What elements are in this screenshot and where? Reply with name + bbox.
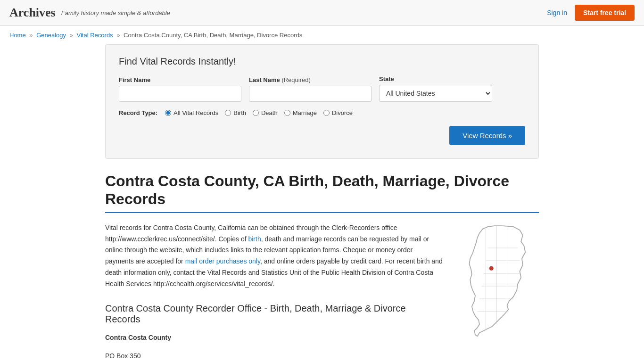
start-trial-button[interactable]: Start free trial: [575, 5, 635, 21]
first-name-input[interactable]: [119, 86, 241, 102]
breadcrumb-genealogy[interactable]: Genealogy: [36, 32, 66, 39]
breadcrumb-sep-3: »: [116, 32, 120, 39]
last-name-input[interactable]: [249, 86, 372, 102]
radio-marriage[interactable]: Marriage: [284, 109, 317, 116]
sign-in-link[interactable]: Sign in: [547, 9, 567, 16]
radio-marriage-input[interactable]: [284, 110, 290, 116]
site-logo: Archives: [9, 6, 56, 20]
address-line1: PO Box 350: [105, 351, 443, 362]
breadcrumb-sep-2: »: [70, 32, 73, 39]
search-title: Find Vital Records Instantly!: [119, 56, 525, 67]
california-map: [454, 222, 539, 362]
breadcrumb-vital-records[interactable]: Vital Records: [77, 32, 113, 39]
logo-text: Archives: [9, 6, 56, 19]
state-label: State: [379, 75, 492, 82]
radio-all-vital[interactable]: All Vital Records: [165, 109, 218, 116]
record-type-row: Record Type: All Vital Records Birth Dea…: [119, 109, 525, 116]
first-name-group: First Name: [119, 76, 241, 102]
content-area: Vital records for Contra Costa County, C…: [105, 222, 539, 362]
view-records-button[interactable]: View Records »: [449, 126, 525, 145]
state-group: State All United States Alabama Alaska A…: [379, 75, 492, 102]
radio-divorce[interactable]: Divorce: [323, 109, 353, 116]
county-marker: [489, 266, 494, 270]
state-select[interactable]: All United States Alabama Alaska Arizona…: [379, 85, 492, 102]
radio-death[interactable]: Death: [253, 109, 278, 116]
first-name-label: First Name: [119, 76, 241, 83]
last-name-group: Last Name (Required): [249, 76, 372, 102]
breadcrumb-current: Contra Costa County, CA Birth, Death, Ma…: [124, 32, 302, 39]
ca-map-svg: [454, 222, 539, 341]
radio-all-vital-input[interactable]: [165, 110, 171, 116]
description-text: Vital records for Contra Costa County, C…: [105, 222, 443, 290]
main-content: Find Vital Records Instantly! First Name…: [96, 44, 548, 362]
search-fields: First Name Last Name (Required) State Al…: [119, 75, 525, 102]
search-box: Find Vital Records Instantly! First Name…: [105, 44, 539, 159]
view-records-row: View Records »: [119, 126, 525, 145]
header-right: Sign in Start free trial: [547, 5, 635, 21]
breadcrumb-home[interactable]: Home: [9, 32, 26, 39]
address-block: Contra Costa County PO Box 350 Martinez,…: [105, 332, 443, 362]
record-type-label: Record Type:: [119, 109, 157, 116]
mail-order-link[interactable]: mail order purchases only: [185, 257, 260, 265]
page-title: Contra Costa County, CA Birth, Death, Ma…: [105, 172, 539, 213]
site-header: Archives Family history made simple & af…: [0, 0, 644, 26]
birth-link[interactable]: birth: [248, 235, 261, 243]
county-name: Contra Costa County: [105, 334, 171, 341]
radio-birth-input[interactable]: [225, 110, 231, 116]
content-text: Vital records for Contra Costa County, C…: [105, 222, 443, 362]
radio-group: All Vital Records Birth Death Marriage D…: [165, 109, 353, 116]
header-left: Archives Family history made simple & af…: [9, 6, 170, 20]
site-tagline: Family history made simple & affordable: [61, 9, 170, 16]
radio-death-input[interactable]: [253, 110, 259, 116]
breadcrumb: Home » Genealogy » Vital Records » Contr…: [0, 26, 644, 44]
radio-birth[interactable]: Birth: [225, 109, 246, 116]
breadcrumb-sep-1: »: [29, 32, 33, 39]
radio-divorce-input[interactable]: [323, 110, 330, 116]
last-name-label: Last Name (Required): [249, 76, 372, 83]
subheading: Contra Costa County Recorder Office - Bi…: [105, 303, 443, 325]
